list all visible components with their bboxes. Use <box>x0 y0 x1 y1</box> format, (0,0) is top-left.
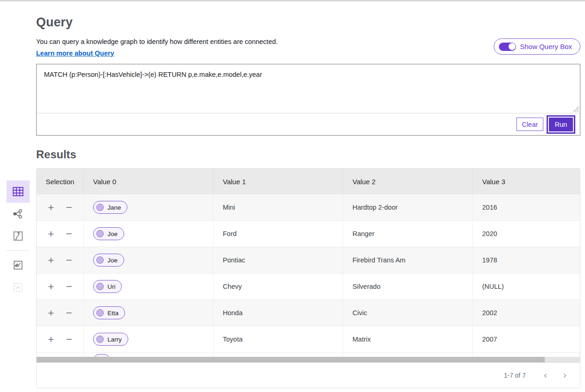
selection-cell: + − <box>37 326 84 352</box>
node-icon <box>96 336 104 343</box>
remove-selection-button[interactable]: − <box>64 255 75 265</box>
entity-cell: Larry <box>84 326 214 352</box>
selection-cell <box>37 353 84 357</box>
run-button[interactable]: Run <box>549 118 573 131</box>
table-header-row: Selection Value 0 Value 1 Value 2 Value … <box>37 168 580 194</box>
scrollbar-thumb[interactable] <box>37 357 545 362</box>
value3-cell <box>473 353 580 357</box>
value3-cell: (NULL) <box>473 274 580 299</box>
query-input[interactable]: MATCH (p:Person)-[:HasVehicle]->(e) RETU… <box>37 64 580 113</box>
value2-cell <box>343 353 473 357</box>
map-icon <box>13 260 23 270</box>
query-page: Query You can query a knowledge graph to… <box>36 15 580 388</box>
add-selection-button[interactable]: + <box>45 281 56 292</box>
rail-divider <box>6 250 30 251</box>
table-view-button[interactable] <box>6 180 30 203</box>
toggle-label: Show Query Box <box>520 43 572 50</box>
selection-cell: + − <box>37 221 84 247</box>
remove-selection-button[interactable]: − <box>64 202 75 212</box>
value2-cell: Silverado <box>343 274 473 299</box>
value3-cell: 2020 <box>473 221 580 247</box>
entity-pill[interactable]: Joe <box>93 254 124 267</box>
clear-button[interactable]: Clear <box>516 118 543 131</box>
add-selection-button[interactable]: + <box>45 308 56 318</box>
value1-cell <box>214 353 343 357</box>
resize-handle[interactable] <box>573 106 579 112</box>
value1-cell: Honda <box>214 300 343 326</box>
table-row: + − Jane Mini Hardtop 2-door 2016 <box>37 194 580 221</box>
table-row: + − Larry Toyota Matrix 2007 <box>37 326 580 353</box>
results-title: Results <box>36 148 580 161</box>
value3-cell: 2002 <box>473 300 580 326</box>
value1-cell: Chevy <box>214 274 343 299</box>
entity-pill[interactable]: Jane <box>93 201 127 214</box>
column-header-value3: Value 3 <box>473 168 580 194</box>
entity-pill[interactable]: Larry <box>93 333 128 346</box>
selection-cell: + − <box>37 274 84 299</box>
entity-cell: Etta <box>84 300 214 326</box>
page-range-label: 1-7 of 7 <box>504 372 526 379</box>
value3-cell: 2016 <box>473 194 580 220</box>
table-row: + − Joe Ford Ranger 2020 <box>37 221 580 247</box>
remove-selection-button[interactable]: − <box>64 281 75 292</box>
learn-more-link[interactable]: Learn more about Query <box>36 50 114 57</box>
entity-cell: Joe <box>84 221 214 247</box>
node-icon <box>96 204 104 211</box>
page-title: Query <box>36 15 580 30</box>
add-selection-button[interactable]: + <box>45 334 56 344</box>
value3-cell: 1978 <box>473 247 580 273</box>
node-icon <box>96 230 104 237</box>
geo-icon-disabled <box>13 282 23 292</box>
show-query-box-toggle[interactable]: Show Query Box <box>494 38 580 55</box>
add-selection-button[interactable]: + <box>45 255 56 265</box>
selection-cell: + − <box>37 300 84 326</box>
entity-pill[interactable]: Joe <box>93 227 124 240</box>
next-page-button[interactable]: › <box>559 371 572 380</box>
node-icon <box>96 283 104 290</box>
entity-label: Larry <box>107 336 122 343</box>
chart-view-button[interactable] <box>6 225 30 247</box>
pagination-bar: 1-7 of 7 ‹ › <box>37 362 580 388</box>
previous-page-button[interactable]: ‹ <box>539 371 552 380</box>
entity-pill[interactable]: Etta <box>93 306 125 319</box>
page-top-border <box>0 0 585 1</box>
column-header-value0: Value 0 <box>84 168 214 194</box>
entity-label: Joe <box>107 230 118 237</box>
add-selection-button[interactable]: + <box>45 202 56 212</box>
entity-label: Jane <box>107 204 121 211</box>
query-actions: Clear Run <box>37 113 580 135</box>
node-icon <box>96 256 104 264</box>
toggle-switch-icon <box>499 43 516 51</box>
value2-cell: Ranger <box>343 221 473 247</box>
value1-cell: Toyota <box>214 326 343 352</box>
horizontal-scrollbar[interactable] <box>37 357 580 362</box>
selection-cell: + − <box>37 194 84 220</box>
query-box: MATCH (p:Person)-[:HasVehicle]->(e) RETU… <box>36 64 580 136</box>
graph-view-button[interactable] <box>6 203 30 225</box>
remove-selection-button[interactable]: − <box>64 334 75 344</box>
entity-cell <box>84 353 214 357</box>
remove-selection-button[interactable]: − <box>64 308 75 318</box>
column-header-value2: Value 2 <box>343 168 473 194</box>
column-header-value1: Value 1 <box>214 168 343 194</box>
value2-cell: Hardtop 2-door <box>343 194 473 220</box>
entity-label: Joe <box>107 257 118 264</box>
results-table-card: Selection Value 0 Value 1 Value 2 Value … <box>36 168 580 388</box>
entity-cell: Uri <box>84 274 214 299</box>
toggle-knob <box>509 43 516 50</box>
remove-selection-button[interactable]: − <box>64 229 75 239</box>
map-view-button[interactable] <box>6 254 30 276</box>
table-row: + − Joe Pontiac Firebird Trans Am 1978 <box>37 247 580 274</box>
geo-view-button[interactable] <box>6 276 30 299</box>
entity-label: Etta <box>107 310 119 317</box>
value2-cell: Firebird Trans Am <box>343 247 473 273</box>
entity-cell: Jane <box>84 194 214 220</box>
results-view-rail <box>6 180 30 299</box>
column-header-selection: Selection <box>37 168 84 194</box>
add-selection-button[interactable]: + <box>45 229 56 239</box>
table-row-partial <box>37 353 580 357</box>
value1-cell: Mini <box>214 194 343 220</box>
value3-cell: 2007 <box>473 326 580 352</box>
entity-pill[interactable]: Uri <box>93 280 122 293</box>
query-editor: MATCH (p:Person)-[:HasVehicle]->(e) RETU… <box>37 64 580 113</box>
